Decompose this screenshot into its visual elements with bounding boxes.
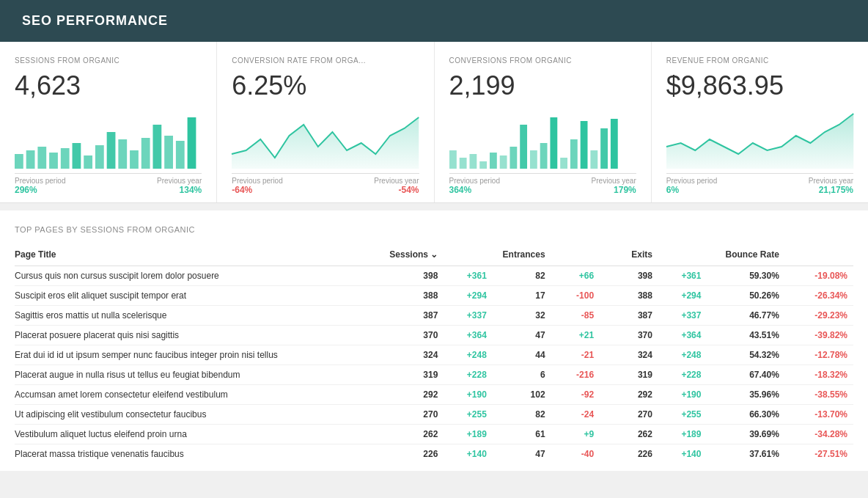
cell-entrances-diff: -85 bbox=[551, 306, 600, 326]
cell-exits: 370 bbox=[600, 326, 658, 345]
table-row: Cursus quis non cursus suscipit lorem do… bbox=[15, 266, 853, 286]
page-title: SEO PERFORMANCE bbox=[22, 13, 168, 28]
sessions-period-label: Previous period bbox=[15, 177, 65, 185]
svg-rect-27 bbox=[550, 117, 557, 169]
cvr-year-value: -54% bbox=[374, 185, 419, 195]
table-row: Placerat massa tristique venenatis fauci… bbox=[15, 444, 853, 464]
cell-exits-diff: +361 bbox=[658, 266, 707, 286]
pages-table: Page Title Sessions ⌄ Entrances Exits Bo… bbox=[15, 245, 853, 464]
metric-rev-footer: Previous period 6% Previous year 21,175% bbox=[666, 177, 853, 195]
svg-rect-23 bbox=[510, 147, 517, 169]
col-entrances-diff bbox=[551, 245, 600, 266]
col-entrances: Entrances bbox=[493, 245, 551, 266]
cell-sessions-diff: +190 bbox=[444, 385, 493, 405]
cell-entrances: 17 bbox=[493, 286, 551, 306]
table-row: Ut adipiscing elit vestibulum consectetu… bbox=[15, 405, 853, 425]
cell-exits: 270 bbox=[600, 405, 658, 425]
svg-rect-0 bbox=[15, 154, 23, 169]
metric-cvr-footer: Previous period -64% Previous year -54% bbox=[232, 177, 419, 195]
cell-bounce-diff: -26.34% bbox=[785, 286, 853, 306]
svg-rect-14 bbox=[176, 141, 185, 169]
cell-bounce: 39.69% bbox=[707, 425, 784, 444]
cell-entrances-diff: -216 bbox=[551, 365, 600, 385]
svg-rect-17 bbox=[449, 150, 457, 169]
svg-rect-19 bbox=[469, 154, 477, 169]
conv-period-value: 364% bbox=[449, 185, 500, 195]
cell-page: Placerat massa tristique venenatis fauci… bbox=[15, 444, 386, 464]
metric-revenue: REVENUE FROM ORGANIC $9,863.95 Previous … bbox=[652, 42, 868, 202]
conv-period-label: Previous period bbox=[449, 177, 500, 185]
metric-conversion-rate: CONVERSION RATE FROM ORGA... 6.25% Previ… bbox=[217, 42, 434, 202]
svg-rect-8 bbox=[107, 132, 116, 169]
svg-rect-5 bbox=[73, 143, 81, 169]
cell-exits: 388 bbox=[600, 286, 658, 306]
svg-rect-29 bbox=[570, 139, 577, 169]
cell-page: Sagittis eros mattis ut nulla scelerisqu… bbox=[15, 306, 386, 326]
svg-rect-9 bbox=[118, 139, 127, 169]
table-title: TOP PAGES BY SESSIONS FROM ORGANIC bbox=[15, 225, 853, 234]
cell-sessions: 370 bbox=[386, 326, 444, 345]
cell-entrances: 82 bbox=[493, 405, 551, 425]
cell-sessions-diff: +248 bbox=[444, 345, 493, 365]
cell-bounce: 59.30% bbox=[707, 266, 784, 286]
conv-year-value: 179% bbox=[592, 185, 636, 195]
cell-entrances-diff: +21 bbox=[551, 326, 600, 345]
svg-rect-12 bbox=[152, 125, 161, 169]
table-row: Accumsan amet lorem consectetur eleifend… bbox=[15, 385, 853, 405]
cell-page: Cursus quis non cursus suscipit lorem do… bbox=[15, 266, 386, 286]
cell-sessions-diff: +337 bbox=[444, 306, 493, 326]
cvr-year-label: Previous year bbox=[374, 177, 419, 185]
cell-bounce: 35.96% bbox=[707, 385, 784, 405]
svg-rect-32 bbox=[600, 128, 608, 169]
cell-exits: 387 bbox=[600, 306, 658, 326]
cell-entrances-diff: -92 bbox=[551, 385, 600, 405]
cell-page: Suscipit eros elit aliquet suscipit temp… bbox=[15, 286, 386, 306]
svg-rect-4 bbox=[61, 148, 70, 169]
table-row: Vestibulum aliquet luctus eleifend proin… bbox=[15, 425, 853, 444]
cell-exits-diff: +294 bbox=[658, 286, 707, 306]
col-bounce: Bounce Rate bbox=[707, 245, 784, 266]
col-exits: Exits bbox=[600, 245, 658, 266]
cell-exits: 226 bbox=[600, 444, 658, 464]
svg-rect-26 bbox=[540, 143, 547, 169]
metric-conv-label: CONVERSIONS FROM ORGANIC bbox=[449, 56, 636, 65]
svg-rect-18 bbox=[459, 158, 466, 169]
metric-sessions-label: SESSIONS FROM ORGANIC bbox=[15, 56, 202, 65]
cell-entrances-diff: +66 bbox=[551, 266, 600, 286]
cell-sessions-diff: +189 bbox=[444, 425, 493, 444]
metric-sessions: SESSIONS FROM ORGANIC 4,623 bbox=[0, 42, 217, 202]
cell-page: Erat dui id id ut ipsum semper nunc fauc… bbox=[15, 345, 386, 365]
table-row: Sagittis eros mattis ut nulla scelerisqu… bbox=[15, 306, 853, 326]
col-page-title: Page Title bbox=[15, 245, 386, 266]
svg-rect-30 bbox=[580, 121, 587, 169]
cell-bounce: 46.77% bbox=[707, 306, 784, 326]
sessions-year-value: 134% bbox=[157, 185, 202, 195]
cell-bounce-diff: -13.70% bbox=[785, 405, 853, 425]
cell-sessions: 388 bbox=[386, 286, 444, 306]
metric-conv-footer: Previous period 364% Previous year 179% bbox=[449, 177, 636, 195]
svg-rect-6 bbox=[84, 155, 92, 169]
metric-conv-chart bbox=[449, 110, 636, 169]
cell-bounce: 37.61% bbox=[707, 444, 784, 464]
svg-rect-15 bbox=[188, 117, 196, 169]
metric-cvr-label: CONVERSION RATE FROM ORGA... bbox=[232, 56, 419, 65]
rev-year-value: 21,175% bbox=[809, 185, 853, 195]
svg-rect-33 bbox=[610, 119, 617, 169]
svg-rect-24 bbox=[520, 125, 527, 169]
cell-sessions: 324 bbox=[386, 345, 444, 365]
sessions-period-value: 296% bbox=[15, 185, 65, 195]
cell-page: Ut adipiscing elit vestibulum consectetu… bbox=[15, 405, 386, 425]
col-bounce-diff bbox=[785, 245, 853, 266]
cell-bounce-diff: -38.55% bbox=[785, 385, 853, 405]
cell-bounce: 67.40% bbox=[707, 365, 784, 385]
svg-rect-25 bbox=[529, 150, 537, 169]
cell-exits-diff: +337 bbox=[658, 306, 707, 326]
cell-bounce: 50.26% bbox=[707, 286, 784, 306]
svg-rect-28 bbox=[560, 158, 567, 169]
cell-exits-diff: +255 bbox=[658, 405, 707, 425]
cell-sessions: 262 bbox=[386, 425, 444, 444]
cell-page: Placerat augue in nulla risus ut tellus … bbox=[15, 365, 386, 385]
cell-sessions-diff: +294 bbox=[444, 286, 493, 306]
col-sessions[interactable]: Sessions ⌄ bbox=[386, 245, 444, 266]
metric-rev-label: REVENUE FROM ORGANIC bbox=[666, 56, 853, 65]
